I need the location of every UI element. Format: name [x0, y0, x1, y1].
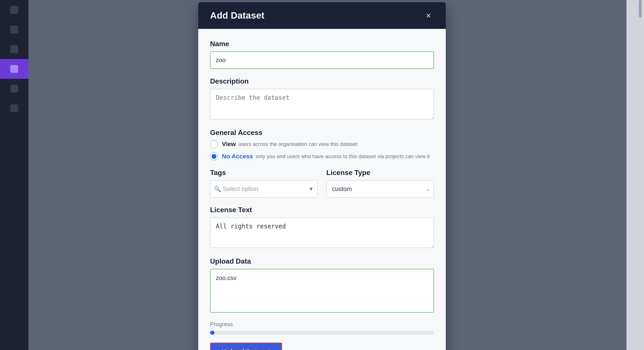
sidebar-icon-3	[10, 45, 18, 53]
upload-filename: zoo.csv	[216, 275, 236, 281]
modal-title: Add Dataset	[210, 10, 264, 21]
modal-close-button[interactable]: ×	[423, 10, 434, 21]
progress-bar-container	[210, 331, 434, 335]
upload-data-label: Upload Data	[210, 257, 434, 265]
radio-item-view: View users across the organisation can v…	[210, 140, 434, 148]
general-access-group: General Access View users across the org…	[210, 129, 434, 160]
radio-no-access-desc: only you and users who have access to th…	[256, 153, 430, 160]
tags-select-wrapper: 🔍 Select option ▼	[210, 180, 318, 197]
tags-license-row: Tags 🔍 Select option ▼ License Type c	[210, 169, 434, 197]
general-access-label: General Access	[210, 129, 434, 137]
description-field-group: Description	[210, 77, 434, 120]
radio-no-access-main-label: No Access	[222, 153, 253, 160]
radio-view[interactable]	[210, 140, 218, 148]
modal-overlay: Add Dataset × Name Description General A…	[0, 0, 644, 350]
sidebar-item-2[interactable]	[0, 20, 28, 39]
scrollbar-track[interactable]	[626, 0, 644, 350]
sidebar-item-1[interactable]	[0, 0, 28, 20]
radio-view-label: View users across the organisation can v…	[222, 141, 357, 148]
upload-data-field-group: Upload Data zoo.csv	[210, 257, 434, 313]
radio-view-main-label: View	[222, 141, 236, 148]
upload-area[interactable]: zoo.csv	[210, 269, 434, 313]
tags-select[interactable]: Select option	[210, 180, 318, 197]
radio-view-desc: users across the organisation can view t…	[238, 141, 357, 147]
add-dataset-modal: Add Dataset × Name Description General A…	[198, 2, 446, 350]
license-type-field-group: License Type custom MIT Apache 2.0 ⌄	[326, 169, 434, 197]
modal-body: Name Description General Access View	[198, 29, 446, 350]
license-text-field-group: License Text All rights reserved	[210, 206, 434, 249]
sidebar-icon-6	[10, 104, 18, 112]
license-type-label: License Type	[326, 169, 434, 177]
progress-group: Progress	[210, 321, 434, 335]
sidebar-icon-4	[10, 65, 18, 73]
sidebar-icon-1	[10, 6, 18, 14]
radio-item-no-access: No Access only you and users who have ac…	[210, 153, 434, 160]
sidebar-icon-2	[10, 26, 18, 33]
license-text-textarea[interactable]: All rights reserved	[210, 217, 434, 248]
sidebar-item-6[interactable]	[0, 98, 28, 118]
sidebar-item-4-active[interactable]	[0, 59, 28, 79]
license-type-select[interactable]: custom MIT Apache 2.0	[326, 180, 434, 197]
license-type-select-wrapper: custom MIT Apache 2.0 ⌄	[326, 180, 434, 197]
radio-no-access-label: No Access only you and users who have ac…	[222, 153, 430, 160]
tags-field-group: Tags 🔍 Select option ▼	[210, 169, 318, 197]
license-text-label: License Text	[210, 206, 434, 214]
sidebar	[0, 0, 28, 350]
radio-no-access[interactable]	[210, 153, 218, 160]
progress-bar-fill	[210, 331, 214, 335]
radio-group: View users across the organisation can v…	[210, 140, 434, 160]
upload-dataset-button[interactable]: Upload Dataset	[210, 343, 282, 350]
name-input[interactable]	[210, 51, 434, 69]
modal-header: Add Dataset ×	[198, 2, 446, 29]
name-field-group: Name	[210, 40, 434, 69]
scrollbar-thumb[interactable]	[639, 0, 642, 17]
description-label: Description	[210, 77, 434, 85]
sidebar-item-3[interactable]	[0, 39, 28, 59]
description-textarea[interactable]	[210, 89, 434, 119]
progress-label: Progress	[210, 321, 434, 328]
sidebar-icon-5	[10, 85, 18, 93]
name-label: Name	[210, 40, 434, 48]
tags-label: Tags	[210, 169, 318, 177]
sidebar-item-5[interactable]	[0, 79, 28, 98]
